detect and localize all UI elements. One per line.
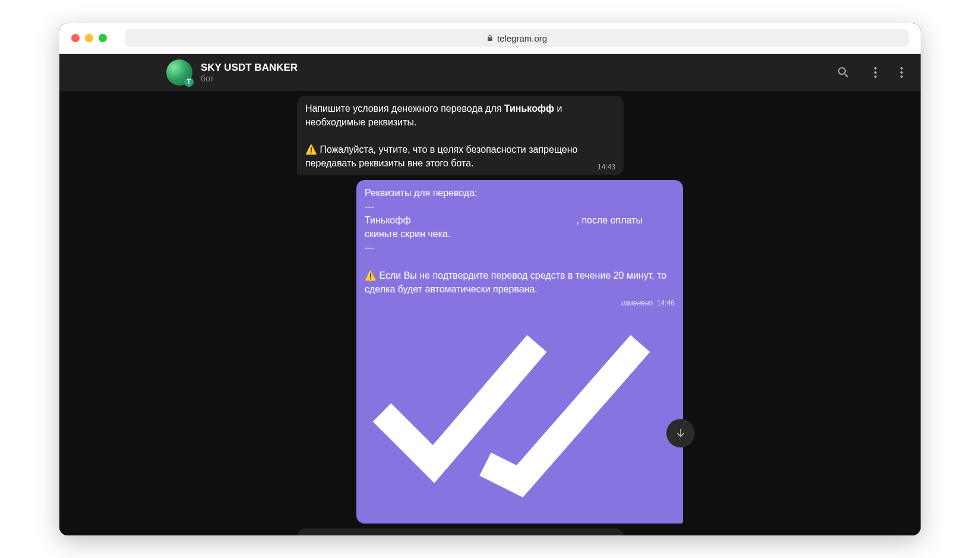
- chat-title: SKY USDT BANKER: [201, 62, 816, 74]
- arrow-down-icon: [674, 427, 687, 440]
- url-text: telegram.org: [497, 33, 547, 43]
- message-row: Напишите условия денежного перевода для …: [59, 96, 921, 175]
- message-warning: ⚠️ Если Вы не подтвердите перевод средст…: [365, 270, 666, 294]
- chat-subtitle: бот: [201, 74, 816, 83]
- incoming-message[interactable]: Напишите условия денежного перевода для …: [297, 96, 624, 175]
- read-ticks-icon: [365, 509, 675, 518]
- message-text: ---: [365, 201, 374, 212]
- overflow-menu-icon[interactable]: [900, 67, 903, 78]
- message-text: ---: [365, 242, 374, 253]
- chat-area: Напишите условия денежного перевода для …: [59, 91, 921, 535]
- message-row: Реквизиты для перевода: --- Тинькофф , п…: [59, 180, 921, 524]
- chat-title-block[interactable]: SKY USDT BANKER бот: [201, 62, 816, 83]
- message-text: Напишите условия денежного перевода для: [305, 103, 504, 114]
- edited-label: изменено: [621, 299, 653, 307]
- incoming-message[interactable]: Вы уверены, что хотите продать 12.981715…: [297, 528, 624, 535]
- window-controls: [71, 34, 107, 42]
- message-text: Тинькофф: [365, 215, 411, 225]
- close-window-button[interactable]: [71, 34, 80, 42]
- message-text: Реквизиты для перевода:: [365, 188, 478, 198]
- lock-icon: [486, 34, 494, 42]
- message-warning: ⚠️ Пожалуйста, учтите, что в целях безоп…: [305, 144, 578, 168]
- scroll-to-bottom-button[interactable]: [666, 419, 695, 447]
- message-time: 14:46: [657, 299, 675, 307]
- message-bold: Тинькофф: [504, 103, 554, 114]
- chat-header: SKY USDT BANKER бот: [59, 54, 921, 91]
- browser-titlebar: telegram.org: [59, 23, 921, 54]
- telegram-app: SKY USDT BANKER бот Напишите условия ден…: [59, 54, 921, 535]
- browser-window: telegram.org SKY USDT BANKER бот Напишит…: [59, 23, 921, 535]
- search-icon[interactable]: [836, 65, 851, 80]
- message-time: 14:43: [598, 162, 615, 172]
- maximize-window-button[interactable]: [99, 34, 107, 42]
- outgoing-message[interactable]: Реквизиты для перевода: --- Тинькофф , п…: [356, 180, 683, 524]
- more-menu-icon[interactable]: [874, 67, 877, 78]
- url-bar[interactable]: telegram.org: [125, 29, 909, 47]
- message-row: Вы уверены, что хотите продать 12.981715…: [59, 528, 921, 535]
- minimize-window-button[interactable]: [85, 34, 93, 42]
- chat-avatar[interactable]: [166, 59, 192, 86]
